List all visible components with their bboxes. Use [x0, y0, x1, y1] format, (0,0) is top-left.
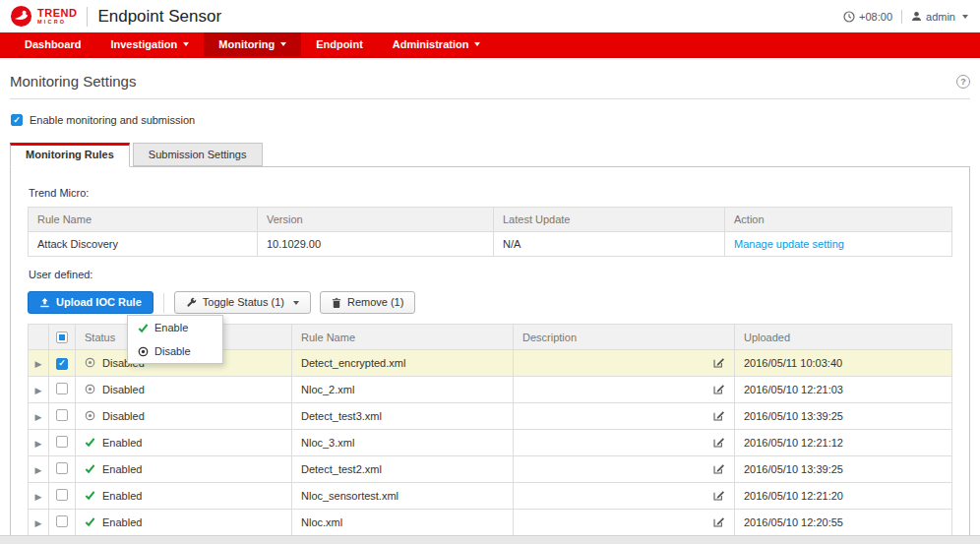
column-header-rule-name[interactable]: Rule Name [29, 208, 258, 232]
remove-button[interactable]: Remove (1) [320, 291, 415, 314]
toggle-status-dropdown: Enable Disable [127, 315, 223, 364]
nav-item-monitoring[interactable]: Monitoring [204, 32, 301, 56]
row-checkbox[interactable] [56, 436, 68, 448]
upload-ioc-rule-button[interactable]: Upload IOC Rule [28, 291, 153, 314]
status-badge: Enabled [102, 437, 142, 449]
title-divider [10, 98, 970, 99]
chevron-down-icon [280, 42, 286, 46]
select-all-checkbox[interactable] [56, 332, 68, 343]
nav-item-investigation[interactable]: Investigation [95, 32, 204, 56]
enabled-status-icon [85, 490, 95, 501]
edit-description-icon[interactable] [712, 409, 725, 422]
column-header-expand [29, 325, 49, 350]
uploaded-cell: 2016/05/10 12:21:20 [735, 482, 952, 509]
chevron-down-icon [474, 42, 480, 46]
nav-item-administration[interactable]: Administration [378, 32, 496, 56]
trend-micro-logo-icon [10, 5, 32, 28]
tab-submission-settings[interactable]: Submission Settings [133, 143, 263, 166]
uploaded-cell: 2016/05/10 12:20:55 [735, 509, 952, 535]
menu-item-enable[interactable]: Enable [128, 316, 222, 339]
column-header-action[interactable]: Action [725, 208, 952, 232]
expand-row-icon[interactable]: ▶ [35, 518, 42, 528]
latest-update-cell: N/A [494, 232, 725, 257]
status-badge: Disabled [102, 384, 145, 395]
enabled-status-icon [85, 437, 95, 448]
column-header-rule-name[interactable]: Rule Name [292, 325, 514, 350]
header-right: +08:00 admin [843, 10, 968, 24]
main-navbar: Dashboard Investigation Monitoring Endpo… [0, 32, 980, 58]
uploaded-cell: 2016/05/10 13:39:25 [735, 402, 952, 429]
chevron-down-icon [183, 42, 189, 46]
brand: TREND MICRO Endpoint Sensor [10, 5, 221, 28]
user-menu[interactable]: admin [911, 11, 968, 23]
enabled-status-icon [85, 463, 95, 474]
expand-row-icon[interactable]: ▶ [35, 465, 42, 475]
uploaded-cell: 2016/05/10 12:21:03 [735, 376, 952, 402]
timezone-indicator: +08:00 [843, 11, 892, 23]
header-divider [87, 7, 88, 27]
rule-name-cell: Nloc.xml [292, 509, 514, 535]
column-header-uploaded[interactable]: Uploaded [735, 325, 952, 350]
rule-name-cell: Detect_encrypted.xml [292, 350, 514, 377]
table-row: ▶ Disabled Detect_test3.xml 2016/05/10 1… [29, 402, 952, 429]
edit-description-icon[interactable] [712, 383, 725, 395]
settings-tabs: Monitoring Rules Submission Settings [10, 143, 970, 166]
column-header-version[interactable]: Version [258, 208, 494, 232]
expand-row-icon[interactable]: ▶ [35, 439, 42, 449]
enable-monitoring-checkbox[interactable] [11, 114, 23, 126]
brand-micro-text: MICRO [37, 20, 77, 26]
edit-description-icon[interactable] [712, 356, 725, 369]
footer-strip [0, 535, 980, 544]
uploaded-cell: 2016/05/10 13:39:25 [735, 455, 952, 482]
menu-item-disable[interactable]: Disable [128, 339, 222, 363]
status-badge: Disabled [102, 410, 145, 422]
uploaded-cell: 2016/05/11 10:03:40 [735, 350, 952, 377]
column-header-latest-update[interactable]: Latest Update [494, 208, 725, 232]
toggle-status-button[interactable]: Toggle Status (1) [174, 291, 311, 314]
row-checkbox[interactable] [56, 489, 68, 501]
rule-name-cell: Nloc_sensortest.xml [292, 482, 514, 509]
row-checkbox[interactable] [56, 515, 68, 527]
nav-item-dashboard[interactable]: Dashboard [10, 32, 95, 56]
row-checkbox[interactable] [56, 383, 68, 394]
top-header: TREND MICRO Endpoint Sensor +08:00 admin [0, 0, 980, 32]
check-icon [138, 323, 149, 333]
expand-row-icon[interactable]: ▶ [35, 359, 42, 369]
enabled-status-icon [85, 516, 95, 527]
edit-description-icon[interactable] [712, 489, 725, 502]
row-checkbox[interactable] [56, 358, 68, 370]
nav-item-endpoint[interactable]: Endpoint [301, 32, 378, 56]
disable-icon [138, 346, 149, 357]
rule-name-cell: Detect_test2.xml [292, 455, 514, 482]
table-row: ▶ Enabled Nloc_sensortest.xml 2016/05/10… [29, 482, 952, 509]
edit-description-icon[interactable] [712, 436, 725, 449]
trash-icon [332, 297, 341, 308]
rule-name-cell: Nloc_3.xml [292, 429, 514, 455]
edit-description-icon[interactable] [712, 515, 725, 528]
tab-monitoring-rules[interactable]: Monitoring Rules [10, 143, 130, 167]
user-name: admin [926, 11, 955, 23]
edit-description-icon[interactable] [712, 462, 725, 475]
expand-row-icon[interactable]: ▶ [35, 492, 42, 502]
row-checkbox[interactable] [56, 409, 68, 421]
user-defined-toolbar: Upload IOC Rule Toggle Status (1) Remove… [28, 291, 952, 314]
rule-name-cell: Attack Discovery [29, 232, 258, 257]
wrench-icon [186, 297, 197, 308]
chevron-down-icon [293, 301, 299, 305]
clock-icon [843, 11, 855, 23]
expand-row-icon[interactable]: ▶ [35, 386, 42, 395]
column-header-description[interactable]: Description [514, 325, 735, 350]
help-icon[interactable]: ? [956, 75, 970, 89]
select-all-checkbox-header [49, 325, 76, 350]
enable-monitoring-label: Enable monitoring and submission [30, 114, 195, 126]
disabled-status-icon [85, 357, 95, 368]
app-title: Endpoint Sensor [97, 7, 221, 27]
monitoring-rules-panel: Trend Micro: Rule Name Version Latest Up… [10, 166, 970, 544]
row-checkbox[interactable] [56, 462, 68, 474]
trend-micro-rules-table: Rule Name Version Latest Update Action A… [28, 207, 952, 257]
expand-row-icon[interactable]: ▶ [35, 412, 42, 422]
table-row: ▶ Enabled Nloc.xml 2016/05/10 12:20:55 [29, 509, 952, 535]
brand-trend-text: TREND [37, 8, 77, 19]
disabled-status-icon [85, 410, 95, 421]
manage-update-setting-link[interactable]: Manage update setting [734, 238, 844, 250]
